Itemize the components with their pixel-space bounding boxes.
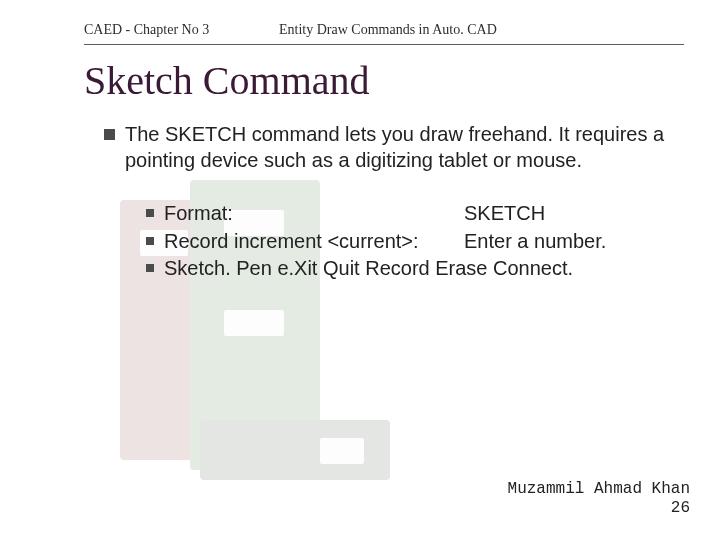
bullet-square-icon (104, 129, 115, 140)
list-item: Sketch. Pen e.Xit Quit Record Erase Conn… (146, 256, 670, 282)
footer-page: 26 (508, 499, 690, 518)
item-right: Enter a number. (464, 229, 606, 255)
bullet-square-icon (146, 237, 154, 245)
list-item: Format: SKETCH (146, 201, 670, 227)
intro-bullet: The SKETCH command lets you draw freehan… (104, 122, 670, 173)
item-left: Format: (164, 201, 464, 227)
item-left: Record increment <current>: (164, 229, 464, 255)
slide-body: The SKETCH command lets you draw freehan… (0, 122, 720, 282)
intro-text: The SKETCH command lets you draw freehan… (125, 122, 670, 173)
item-full: Sketch. Pen e.Xit Quit Record Erase Conn… (164, 256, 573, 282)
bullet-square-icon (146, 264, 154, 272)
header-chapter: CAED - Chapter No 3 (84, 22, 279, 38)
list-item: Record increment <current>: Enter a numb… (146, 229, 670, 255)
slide-footer: Muzammil Ahmad Khan 26 (508, 480, 690, 518)
bullet-square-icon (146, 209, 154, 217)
sub-bullet-list: Format: SKETCH Record increment <current… (104, 201, 670, 282)
footer-author: Muzammil Ahmad Khan (508, 480, 690, 499)
item-right: SKETCH (464, 201, 545, 227)
header-topic: Entity Draw Commands in Auto. CAD (279, 22, 497, 38)
slide-title: Sketch Command (0, 45, 720, 122)
slide-header: CAED - Chapter No 3 Entity Draw Commands… (0, 0, 720, 40)
